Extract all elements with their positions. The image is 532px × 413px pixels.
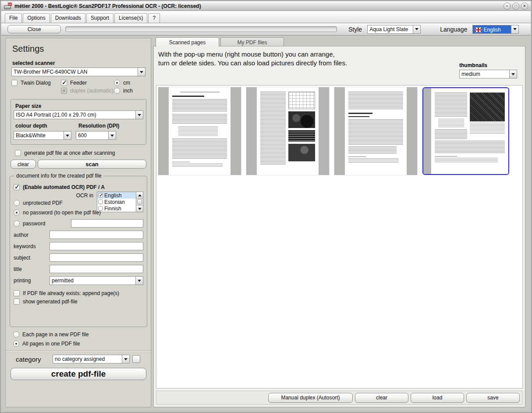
- scanned-page-thumbnail-1[interactable]: [158, 87, 241, 175]
- unit-cm-radio[interactable]: [114, 80, 120, 86]
- unprotected-pdf-radio[interactable]: [14, 200, 20, 206]
- resolution-select[interactable]: 600: [76, 131, 116, 140]
- menu-licenses[interactable]: License(s): [114, 13, 147, 23]
- page-preview: [431, 88, 508, 174]
- resolution-label: Resolution (DPI): [78, 123, 119, 129]
- generate-pdf-checkbox[interactable]: [15, 150, 21, 156]
- language-label: Language: [440, 26, 467, 33]
- menu-help[interactable]: ?: [148, 13, 160, 23]
- password-input[interactable]: [71, 219, 143, 228]
- menu-file[interactable]: File: [5, 13, 22, 23]
- create-pdf-button[interactable]: create pdf-file: [11, 368, 146, 380]
- password-radio[interactable]: [14, 221, 20, 227]
- scan-button[interactable]: scan: [38, 160, 146, 169]
- separator: [6, 350, 151, 351]
- append-pages-checkbox[interactable]: [14, 290, 20, 296]
- ocr-language-finnish[interactable]: Finnish: [97, 205, 136, 212]
- scroll-down-icon[interactable]: [136, 205, 143, 212]
- minimize-icon[interactable]: −: [504, 3, 511, 10]
- page-preview: [257, 87, 319, 175]
- chevron-down-icon[interactable]: [64, 131, 71, 140]
- all-pages-radio[interactable]: [13, 341, 19, 347]
- chevron-down-icon[interactable]: [413, 25, 421, 34]
- twain-dialog-checkbox[interactable]: [11, 80, 18, 86]
- scrollbar-thumb[interactable]: [137, 199, 142, 205]
- chevron-down-icon[interactable]: [108, 131, 116, 140]
- scanned-page-thumbnail-3[interactable]: [334, 87, 417, 175]
- close-button[interactable]: Close: [7, 25, 61, 33]
- save-pages-button[interactable]: save: [466, 393, 520, 403]
- chevron-down-icon[interactable]: [511, 25, 519, 34]
- estonian-checkbox[interactable]: [98, 199, 103, 204]
- scan-margin: [407, 87, 417, 175]
- scroll-up-icon[interactable]: [136, 192, 143, 199]
- colour-depth-select[interactable]: Black&White: [14, 131, 71, 140]
- ocr-language-estonian[interactable]: Estonian: [97, 199, 136, 205]
- style-select[interactable]: Aqua Light Slate: [367, 25, 421, 34]
- duplex-checkbox: [61, 88, 67, 94]
- maximize-icon[interactable]: □: [512, 3, 519, 10]
- no-password-radio[interactable]: [14, 210, 20, 216]
- thumbnails-label: thumbnails: [459, 62, 517, 68]
- tab-scanned-pages[interactable]: Scanned pages: [156, 37, 219, 47]
- thumbnail-size-select[interactable]: medium: [459, 70, 517, 78]
- feeder-checkbox[interactable]: [61, 80, 67, 86]
- menu-options[interactable]: Options: [23, 13, 50, 23]
- close-window-icon[interactable]: ×: [521, 3, 528, 10]
- show-generated-checkbox[interactable]: [14, 299, 20, 305]
- progress-bar: [65, 26, 337, 32]
- uk-flag-icon: [475, 27, 482, 32]
- gutenberg-portrait-figure: [470, 93, 505, 121]
- app-icon: PDF: [4, 3, 12, 9]
- selected-scanner-label: selected scanner: [12, 60, 146, 66]
- generate-pdf-label: generate pdf file at once after scanning: [24, 150, 115, 156]
- printing-select[interactable]: permitted: [50, 276, 143, 285]
- table-figure: [288, 92, 316, 109]
- menu-bar: File Options Downloads Support License(s…: [1, 11, 531, 23]
- load-pages-button[interactable]: load: [411, 393, 464, 403]
- ocr-list-scrollbar[interactable]: [136, 192, 143, 212]
- clear-scan-button[interactable]: clear: [11, 160, 36, 169]
- chevron-down-icon[interactable]: [122, 355, 130, 363]
- chevron-down-icon[interactable]: [135, 276, 143, 285]
- no-password-label: no password (to open the pdf file): [23, 210, 101, 216]
- printing-value: permitted: [50, 276, 135, 285]
- pages-button-bar: Manual duplex (Autosort) clear load save: [156, 391, 523, 405]
- ocr-language-english[interactable]: English: [97, 192, 136, 199]
- subject-input[interactable]: [50, 253, 143, 262]
- language-select[interactable]: English: [472, 25, 519, 34]
- app-window: PDF métier 2000 - BestLogic® Scan2PDF17 …: [0, 0, 532, 413]
- append-pages-label: If PDF file already exists: append page(…: [23, 290, 119, 296]
- keywords-input[interactable]: [50, 242, 143, 250]
- printing-press-figure: [288, 144, 316, 161]
- chevron-down-icon[interactable]: [509, 70, 517, 78]
- chevron-down-icon[interactable]: [138, 68, 145, 76]
- unit-inch-radio[interactable]: [114, 88, 120, 94]
- enable-ocr-checkbox[interactable]: [14, 184, 20, 190]
- tab-my-pdf-files[interactable]: My PDF files: [220, 37, 284, 47]
- scanned-page-thumbnail-4-selected[interactable]: [422, 87, 509, 175]
- menu-support[interactable]: Support: [86, 13, 113, 23]
- category-label: category: [11, 356, 53, 363]
- category-select[interactable]: no category assigned: [53, 355, 130, 363]
- english-checkbox[interactable]: [98, 193, 103, 198]
- manual-duplex-button[interactable]: Manual duplex (Autosort): [268, 393, 353, 403]
- title-input[interactable]: [50, 265, 143, 273]
- each-page-radio[interactable]: [13, 331, 19, 338]
- scanner-select[interactable]: TW-Brother MFC-6490CW LAN: [11, 68, 145, 76]
- each-page-label: Each page in a new PDF file: [22, 331, 89, 338]
- duplex-label: duplex (automatic): [70, 88, 114, 94]
- clear-pages-button[interactable]: clear: [355, 393, 408, 403]
- paper-size-select[interactable]: ISO A4 Portrait (21.00 x 29.70 cm): [14, 110, 143, 119]
- scan-margin: [231, 87, 241, 175]
- colour-depth-label: colour depth: [15, 123, 77, 129]
- category-edit-button[interactable]: [132, 355, 140, 363]
- scan-margin: [246, 87, 257, 175]
- finnish-checkbox[interactable]: [98, 206, 103, 211]
- scan-margin: [319, 87, 329, 175]
- author-input[interactable]: [50, 231, 143, 239]
- ocr-in-label: OCR in: [76, 192, 93, 199]
- scanned-page-thumbnail-2[interactable]: [246, 87, 329, 175]
- menu-downloads[interactable]: Downloads: [51, 13, 85, 23]
- chevron-down-icon[interactable]: [135, 110, 143, 119]
